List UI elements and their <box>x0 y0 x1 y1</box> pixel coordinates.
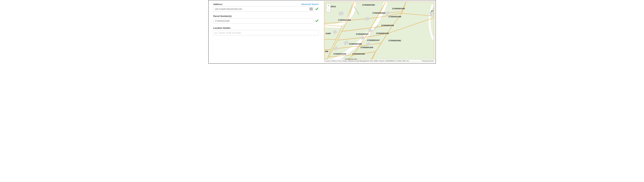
parcel-label: 272929201025 <box>372 12 385 14</box>
road-label: CRYSTAL <box>433 8 434 15</box>
zoom-controls: + − <box>326 4 331 12</box>
parcel-label: Parcel Number(s): <box>213 15 232 17</box>
attribution-source: County of Pitkin & City of Aspen, Bureau… <box>325 60 410 62</box>
address-input[interactable] <box>213 6 314 12</box>
location-details-input[interactable] <box>213 30 318 35</box>
parcel-input[interactable] <box>213 18 314 24</box>
svg-rect-10 <box>430 12 432 16</box>
parcel-label: 272929201039 <box>381 24 394 27</box>
parcel-label: 272929201082 <box>352 53 365 55</box>
address-menu-button[interactable] <box>310 8 313 11</box>
zoom-out-button[interactable]: − <box>326 8 330 12</box>
parcel-label: 272929201098 <box>388 16 401 18</box>
parcel-label: 272929201008 <box>338 19 351 21</box>
parcel-label: 272929201801 <box>388 39 401 42</box>
zoom-in-button[interactable]: + <box>326 4 330 8</box>
map-attribution: County of Pitkin & City of Aspen, Bureau… <box>324 59 434 62</box>
location-details-header-row: Location Details: <box>213 27 318 29</box>
parcel-label: 088 <box>325 50 328 52</box>
parcel-label: 02012 <box>331 6 336 8</box>
form-panel: Address: Advanced Search Parcel Number(s… <box>208 0 323 63</box>
address-header-row: Address: Advanced Search <box>213 3 318 6</box>
app-frame: Address: Advanced Search Parcel Number(s… <box>208 0 436 64</box>
address-label: Address: <box>213 3 223 6</box>
parcel-header-row: Parcel Number(s): <box>213 15 318 17</box>
parcel-label: 272929201092 <box>362 4 375 6</box>
parcel-label: 272929201037 <box>367 39 380 41</box>
parcel-label: 272929201038 <box>376 32 389 34</box>
check-icon <box>315 7 318 11</box>
map[interactable]: + − 272929201092020122727292920104027292… <box>324 2 434 62</box>
address-input-group <box>213 6 318 12</box>
parcel-label: 272929201040 <box>392 8 405 10</box>
parcel-label: 01087 <box>326 32 331 35</box>
location-details-input-group <box>213 30 318 35</box>
parcel-label: 272929201029 <box>334 53 346 55</box>
parcel-label: 272929201027 <box>356 33 369 35</box>
attribution-powered: Powered by Esri <box>422 60 434 62</box>
check-icon <box>315 19 318 23</box>
parcel-input-group <box>213 18 318 24</box>
map-panel: + − 272929201092020122727292920104027292… <box>323 0 436 63</box>
parcel-label: 272929201036 <box>360 46 373 49</box>
location-details-label: Location Details: <box>213 27 231 29</box>
advanced-search-link[interactable]: Advanced Search <box>301 3 318 6</box>
parcel-label: 272929201028 <box>349 43 362 45</box>
